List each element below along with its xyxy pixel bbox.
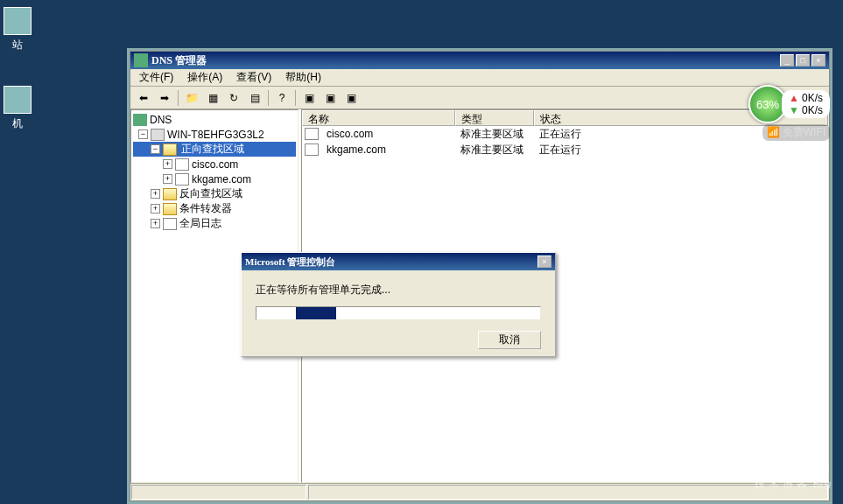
action2-button[interactable]: ▣ <box>320 88 340 108</box>
dns-icon <box>133 114 147 126</box>
progress-fill <box>296 307 335 319</box>
progress-bar <box>256 306 541 320</box>
expand-icon[interactable]: + <box>163 174 172 184</box>
separator <box>295 90 296 106</box>
action3-button[interactable]: ▣ <box>341 88 361 108</box>
expand-icon[interactable]: + <box>163 159 172 169</box>
mmc-progress-dialog: Microsoft 管理控制台 × 正在等待所有管理单元完成... 取消 <box>241 252 556 357</box>
menubar: 文件(F) 操作(A) 查看(V) 帮助(H) <box>130 69 829 87</box>
list-row[interactable]: kkgame.com标准主要区域正在运行 <box>302 142 828 158</box>
status-segment <box>131 485 306 500</box>
collapse-icon[interactable]: − <box>151 144 160 154</box>
maximize-button[interactable]: □ <box>796 54 810 66</box>
watermark: 51CTO.com 技术博客 Blog <box>716 454 831 492</box>
cell-status: 正在运行 <box>534 127 587 142</box>
cell-name: cisco.com <box>321 128 455 140</box>
cell-status: 正在运行 <box>534 143 587 158</box>
tree-label: 正向查找区域 <box>179 142 246 157</box>
wifi-icon: 📶 <box>767 126 780 138</box>
help-button[interactable]: ? <box>272 88 292 108</box>
tree-forward-zones[interactable]: − 正向查找区域 <box>133 142 296 157</box>
tree-label: kkgame.com <box>192 173 251 186</box>
tree-server[interactable]: − WIN-T8EHFG3G3L2 <box>133 127 296 142</box>
desktop-icon[interactable]: 站 <box>0 7 35 52</box>
column-name[interactable]: 名称 <box>302 110 455 126</box>
export-button[interactable]: ▤ <box>245 88 264 108</box>
download-speed: 0K/s <box>802 104 823 116</box>
expand-icon[interactable]: + <box>151 189 160 199</box>
watermark-blog: Blog <box>813 480 831 489</box>
zone-icon <box>305 128 319 140</box>
menu-file[interactable]: 文件(F) <box>134 68 179 87</box>
column-type[interactable]: 类型 <box>455 110 534 126</box>
log-icon <box>163 218 177 230</box>
zone-icon <box>175 158 189 171</box>
net-speeds: ▲0K/s ▼0K/s <box>782 90 830 118</box>
tree-label: 全局日志 <box>179 216 221 231</box>
tree-conditional-forwarders[interactable]: + 条件转发器 <box>133 201 296 216</box>
back-button[interactable]: ⬅ <box>134 88 153 108</box>
menu-action[interactable]: 操作(A) <box>182 68 228 87</box>
dialog-title: Microsoft 管理控制台 <box>245 256 537 269</box>
tree-reverse-zones[interactable]: + 反向查找区域 <box>133 186 296 201</box>
list-button[interactable]: ▦ <box>203 88 222 108</box>
tree-root-dns[interactable]: DNS <box>133 112 296 127</box>
titlebar[interactable]: DNS 管理器 _ □ × <box>130 52 829 69</box>
cell-type: 标准主要区域 <box>455 127 534 142</box>
watermark-url: 51CTO.com <box>716 454 831 477</box>
separator <box>268 90 269 106</box>
action1-button[interactable]: ▣ <box>299 88 319 108</box>
dialog-titlebar[interactable]: Microsoft 管理控制台 × <box>242 253 555 270</box>
refresh-button[interactable]: ↻ <box>224 88 243 108</box>
menu-view[interactable]: 查看(V) <box>231 68 277 87</box>
cell-name: kkgame.com <box>321 144 455 156</box>
tree-label: 反向查找区域 <box>179 186 242 201</box>
watermark-text: 技术博客 <box>755 478 811 490</box>
close-button[interactable]: × <box>811 54 825 66</box>
minimize-button[interactable]: _ <box>780 54 794 66</box>
dns-icon <box>134 53 148 67</box>
expand-icon[interactable]: + <box>151 204 160 214</box>
tree-label: WIN-T8EHFG3G3L2 <box>167 129 264 141</box>
desktop-icon[interactable]: 机 <box>0 86 35 131</box>
toolbar: ⬅ ➡ 📁 ▦ ↻ ▤ ? ▣ ▣ ▣ <box>130 87 829 109</box>
separator <box>178 90 179 106</box>
wifi-text: 免费WIFI <box>783 126 825 138</box>
folder-icon <box>163 188 177 200</box>
window-title: DNS 管理器 <box>151 53 780 68</box>
zone-icon <box>175 173 189 186</box>
tree-global-log[interactable]: + 全局日志 <box>133 216 296 231</box>
tree-zone-cisco[interactable]: + cisco.com <box>133 157 296 172</box>
tree-label: 条件转发器 <box>179 201 232 216</box>
zone-icon <box>305 144 319 156</box>
list-row[interactable]: cisco.com标准主要区域正在运行 <box>302 126 828 142</box>
server-icon <box>151 129 165 141</box>
tree-label: cisco.com <box>192 158 238 171</box>
folder-icon <box>163 203 177 215</box>
dialog-message: 正在等待所有管理单元完成... <box>256 283 541 298</box>
cell-type: 标准主要区域 <box>455 143 534 158</box>
arrow-down-icon: ▼ <box>789 104 799 116</box>
forward-button[interactable]: ➡ <box>155 88 174 108</box>
tree-zone-kkgame[interactable]: + kkgame.com <box>133 172 296 186</box>
folder-icon <box>163 144 177 156</box>
icon-label: 站 <box>0 38 35 52</box>
tree-label: DNS <box>150 114 172 126</box>
network-widget[interactable]: 63% ▲0K/s ▼0K/s <box>748 85 830 123</box>
up-button[interactable]: 📁 <box>182 88 201 108</box>
wifi-label[interactable]: 📶 免费WIFI <box>762 124 830 141</box>
expand-icon[interactable]: + <box>151 219 160 228</box>
generic-icon <box>4 7 32 35</box>
upload-speed: 0K/s <box>802 92 823 104</box>
dialog-close-button[interactable]: × <box>537 256 551 268</box>
icon-label: 机 <box>0 116 35 131</box>
collapse-icon[interactable]: − <box>138 130 148 139</box>
computer-icon <box>4 86 32 114</box>
cancel-button[interactable]: 取消 <box>478 331 541 349</box>
arrow-up-icon: ▲ <box>789 92 799 104</box>
menu-help[interactable]: 帮助(H) <box>280 68 327 87</box>
